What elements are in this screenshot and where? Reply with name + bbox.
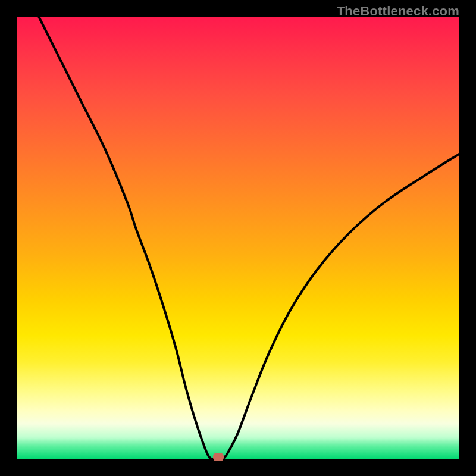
chart-frame: TheBottleneck.com bbox=[0, 0, 476, 476]
bottleneck-curve bbox=[17, 17, 459, 459]
optimal-point-marker bbox=[213, 453, 224, 461]
plot-area bbox=[17, 17, 459, 459]
